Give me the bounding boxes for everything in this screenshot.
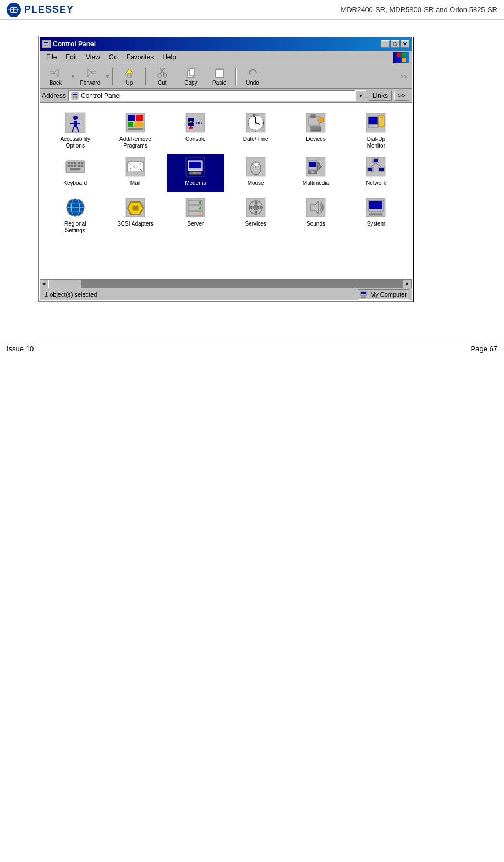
scroll-right-button[interactable]: ►	[403, 280, 412, 288]
svg-rect-109	[368, 168, 372, 171]
cut-label: Cut	[158, 80, 167, 86]
icon-server[interactable]: Server	[167, 194, 224, 236]
windows-logo-button[interactable]	[393, 52, 409, 63]
links-button[interactable]: Links	[369, 91, 392, 101]
minimize-button[interactable]: _	[381, 40, 390, 48]
svg-rect-146	[362, 296, 365, 297]
svg-rect-31	[75, 96, 77, 98]
console-label: Console	[185, 136, 206, 143]
system-icon	[365, 197, 387, 219]
title-bar-left: Control Panel	[42, 40, 96, 48]
devices-icon	[305, 112, 327, 134]
svg-rect-30	[73, 96, 74, 98]
address-value: Control Panel	[81, 92, 121, 100]
icon-system[interactable]: System	[347, 194, 405, 236]
icon-dialup-monitor[interactable]: Dial-UpMonitor	[347, 110, 405, 151]
scroll-track[interactable]	[48, 280, 403, 288]
svg-rect-141	[369, 201, 382, 209]
svg-rect-76	[74, 162, 76, 164]
toolbar-paste-button[interactable]: Paste	[206, 66, 233, 87]
svg-point-63	[320, 119, 322, 121]
issue-number: Issue 10	[7, 345, 34, 353]
svg-text:DS: DS	[196, 121, 202, 126]
icon-multimedia[interactable]: Multimedia	[287, 154, 344, 192]
menu-go[interactable]: Go	[105, 52, 122, 62]
icon-network[interactable]: Network	[347, 154, 405, 192]
toolbar-more: >>	[398, 72, 409, 81]
multimedia-icon	[305, 156, 327, 178]
svg-point-22	[163, 74, 167, 77]
svg-rect-80	[71, 165, 73, 167]
svg-rect-14	[50, 72, 54, 74]
modems-label: Modems	[185, 180, 206, 187]
status-right-text: My Computer	[370, 291, 407, 298]
forward-icon	[84, 67, 97, 79]
scroll-thumb[interactable]	[48, 280, 81, 288]
svg-rect-91	[189, 162, 201, 168]
menu-file[interactable]: File	[42, 52, 61, 62]
menu-favorites[interactable]: Favorites	[122, 52, 158, 62]
date-time-icon: 12 9 3 6	[245, 112, 267, 134]
toolbar-sep-1	[112, 68, 113, 85]
mouse-icon	[245, 156, 267, 178]
menu-edit[interactable]: Edit	[61, 52, 81, 62]
icon-mail[interactable]: Mail	[106, 154, 164, 192]
svg-rect-28	[72, 92, 78, 99]
back-label: Back	[50, 80, 62, 86]
icon-mouse[interactable]: Mouse	[227, 154, 284, 192]
icon-modems[interactable]: Modems	[167, 154, 224, 192]
menu-view[interactable]: View	[81, 52, 105, 62]
forward-label: Forward	[80, 80, 101, 86]
status-bar: 1 object(s) selected My Computer	[40, 288, 412, 300]
paste-icon	[213, 67, 226, 79]
svg-rect-75	[71, 162, 73, 164]
icon-keyboard[interactable]: Keyboard	[46, 154, 104, 192]
svg-text:MS: MS	[188, 120, 194, 124]
svg-rect-12	[402, 58, 406, 62]
dialup-monitor-icon	[365, 112, 387, 134]
copy-icon	[184, 67, 198, 79]
svg-text:12: 12	[253, 114, 256, 117]
server-label: Server	[188, 221, 204, 227]
address-field[interactable]: Control Panel	[68, 90, 355, 101]
toolbar-up-button[interactable]: Up	[116, 66, 143, 87]
svg-point-132	[253, 205, 259, 210]
icon-regional-settings[interactable]: RegionalSettings	[46, 194, 104, 236]
icon-services[interactable]: Services	[227, 194, 284, 236]
toolbar-forward-button[interactable]: Forward	[76, 66, 104, 87]
undo-icon	[246, 67, 259, 79]
address-dropdown[interactable]: ▼	[355, 90, 366, 101]
back-chevron: ▼	[70, 74, 75, 79]
svg-point-129	[199, 212, 201, 215]
devices-label: Devices	[306, 136, 326, 143]
menu-help[interactable]: Help	[158, 52, 180, 62]
keyboard-label: Keyboard	[63, 180, 87, 187]
close-button[interactable]: ✕	[401, 40, 409, 48]
svg-rect-67	[368, 124, 378, 127]
modems-icon	[184, 156, 206, 178]
toolbar-undo-button[interactable]: Undo	[239, 66, 266, 87]
svg-point-94	[194, 172, 195, 174]
svg-rect-39	[128, 115, 135, 121]
icons-grid: AccessibilityOptions Add	[44, 107, 407, 238]
icon-scsi-adapters[interactable]: SCSI Adapters	[106, 194, 164, 236]
sounds-label: Sounds	[306, 221, 325, 227]
mail-label: Mail	[130, 180, 140, 187]
svg-rect-6	[44, 42, 48, 43]
icon-sounds[interactable]: Sounds	[287, 194, 344, 236]
control-panel-window: Control Panel _ □ ✕ File Edit View Go Fa…	[39, 36, 413, 301]
accessibility-options-icon	[64, 112, 86, 134]
icon-add-remove-programs[interactable]: Add/RemovePrograms	[106, 110, 164, 151]
regional-settings-label: RegionalSettings	[64, 221, 86, 234]
toolbar-copy-button[interactable]: Copy	[177, 66, 205, 87]
svg-marker-17	[125, 69, 133, 74]
icon-devices[interactable]: Devices	[287, 110, 344, 151]
scroll-left-button[interactable]: ◄	[40, 280, 48, 288]
horizontal-scrollbar[interactable]: ◄ ►	[40, 279, 412, 288]
maximize-button[interactable]: □	[391, 40, 399, 48]
icon-date-time[interactable]: 12 9 3 6 Date/Time	[227, 110, 284, 151]
toolbar-cut-button[interactable]: Cut	[149, 66, 176, 87]
toolbar-back-button[interactable]: Back	[42, 66, 69, 87]
icon-accessibility-options[interactable]: AccessibilityOptions	[46, 110, 104, 151]
icon-console[interactable]: MS DS Console	[167, 110, 224, 151]
